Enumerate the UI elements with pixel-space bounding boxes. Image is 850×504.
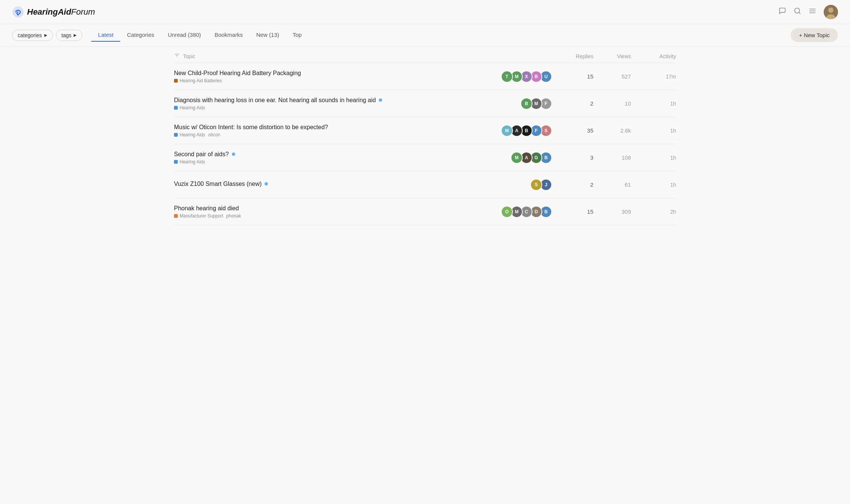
topic-title[interactable]: Music w/ Oticon Intent: Is some distorti…: [174, 124, 501, 131]
topic-replies: 2: [556, 181, 593, 188]
topic-tags: Hearing Aid Batteries: [174, 78, 501, 83]
topic-category[interactable]: Manufacturer Support: [174, 213, 223, 219]
categories-pill-label: categories: [18, 32, 42, 38]
table-row: New Child-Proof Hearing Aid Battery Pack…: [174, 63, 676, 90]
topic-main: Vuzix Z100 Smart Glasses (new): [174, 181, 530, 189]
topic-title[interactable]: Phonak hearing aid died: [174, 205, 501, 212]
tab-unread[interactable]: Unread (380): [161, 29, 207, 42]
topic-activity: 1h: [631, 101, 676, 107]
sort-icon[interactable]: [174, 53, 180, 60]
new-topic-button[interactable]: + New Topic: [791, 28, 838, 42]
topic-avatars: BMF: [520, 98, 550, 110]
tags-pill[interactable]: tags ▶: [56, 30, 82, 41]
tags-pill-label: tags: [62, 32, 71, 38]
table-row: Phonak hearing aid died Manufacturer Sup…: [174, 198, 676, 225]
user-avatar[interactable]: [824, 5, 838, 19]
tab-top[interactable]: Top: [286, 29, 309, 42]
topic-category[interactable]: Hearing Aids: [174, 132, 205, 137]
topic-tags: Hearing Aids: [174, 159, 511, 164]
svg-line-3: [799, 12, 800, 14]
table-row: Vuzix Z100 Smart Glasses (new) SJ 2 61 1…: [174, 171, 676, 198]
table-row: Second pair of aids? Hearing Aids MAGB 3…: [174, 144, 676, 171]
topic-avatars: SJ: [530, 179, 550, 191]
avatar: M: [511, 152, 523, 164]
search-icon[interactable]: [794, 7, 801, 17]
new-indicator: [379, 98, 382, 102]
topic-tag[interactable]: phonak: [226, 213, 241, 219]
topic-avatars: TMXBU: [501, 71, 550, 83]
col-views-header: Views: [593, 53, 631, 59]
table-row: Music w/ Oticon Intent: Is some distorti…: [174, 117, 676, 144]
logo[interactable]: HearingAidForum: [12, 6, 95, 18]
topic-views: 527: [593, 73, 631, 80]
avatar: T: [501, 71, 513, 83]
topic-activity: 2h: [631, 209, 676, 215]
tab-categories[interactable]: Categories: [120, 29, 161, 42]
topic-views: 2.6k: [593, 127, 631, 134]
category-label: Hearing Aid Batteries: [180, 78, 222, 83]
topic-main: Diagnosis with hearing loss in one ear. …: [174, 97, 520, 110]
topic-title-text: Phonak hearing aid died: [174, 205, 239, 212]
categories-pill[interactable]: categories ▶: [12, 30, 53, 41]
chat-icon[interactable]: [779, 7, 786, 17]
category-label: Hearing Aids: [180, 132, 205, 137]
topic-main: Music w/ Oticon Intent: Is some distorti…: [174, 124, 501, 137]
topic-title-text: Second pair of aids?: [174, 151, 229, 158]
topic-activity: 17m: [631, 74, 676, 80]
svg-point-1: [18, 14, 19, 15]
topic-title[interactable]: Vuzix Z100 Smart Glasses (new): [174, 181, 530, 187]
topic-title-text: Music w/ Oticon Intent: Is some distorti…: [174, 124, 328, 131]
table-header: Topic Replies Views Activity: [174, 47, 676, 63]
topic-avatars: MAGB: [511, 152, 550, 164]
category-label: Hearing Aids: [180, 105, 205, 110]
table-row: Diagnosis with hearing loss in one ear. …: [174, 90, 676, 117]
topic-activity: 1h: [631, 128, 676, 134]
topic-tag[interactable]: oticon: [208, 132, 220, 137]
navbar: categories ▶ tags ▶ Latest Categories Un…: [0, 24, 850, 47]
categories-pill-arrow: ▶: [44, 33, 47, 37]
col-topic-header: Topic: [183, 53, 556, 59]
topic-category[interactable]: Hearing Aids: [174, 159, 205, 164]
topic-views: 10: [593, 100, 631, 107]
tab-new[interactable]: New (13): [250, 29, 286, 42]
topic-title-text: Vuzix Z100 Smart Glasses (new): [174, 181, 262, 187]
topic-tags: Hearing Aids: [174, 105, 520, 110]
header-actions: [779, 5, 838, 19]
nav-tabs: Latest Categories Unread (380) Bookmarks…: [91, 29, 309, 42]
topic-list: New Child-Proof Hearing Aid Battery Pack…: [174, 63, 676, 225]
tab-latest[interactable]: Latest: [91, 29, 120, 42]
topic-activity: 1h: [631, 182, 676, 188]
topic-replies: 3: [556, 154, 593, 161]
col-replies-header: Replies: [556, 53, 593, 59]
svg-point-8: [828, 8, 833, 13]
avatar: M: [501, 125, 513, 137]
category-label: Manufacturer Support: [180, 213, 223, 219]
topic-title-text: Diagnosis with hearing loss in one ear. …: [174, 97, 376, 104]
topic-main: Second pair of aids? Hearing Aids: [174, 151, 511, 164]
topic-tags: Manufacturer Support phonak: [174, 213, 501, 219]
header: HearingAidForum: [0, 0, 850, 24]
topic-title[interactable]: Diagnosis with hearing loss in one ear. …: [174, 97, 520, 104]
logo-text: HearingAidForum: [27, 7, 95, 17]
topic-category[interactable]: Hearing Aid Batteries: [174, 78, 222, 83]
topic-category[interactable]: Hearing Aids: [174, 105, 205, 110]
topic-replies: 15: [556, 73, 593, 80]
tab-bookmarks[interactable]: Bookmarks: [208, 29, 250, 42]
topic-replies: 35: [556, 127, 593, 134]
col-activity-header: Activity: [631, 53, 676, 59]
topic-main: Phonak hearing aid died Manufacturer Sup…: [174, 205, 501, 219]
topic-replies: 2: [556, 100, 593, 107]
menu-icon[interactable]: [809, 7, 816, 17]
avatar: O: [501, 206, 513, 218]
topic-title[interactable]: Second pair of aids?: [174, 151, 511, 158]
topic-views: 309: [593, 208, 631, 215]
category-label: Hearing Aids: [180, 159, 205, 164]
topic-replies: 15: [556, 208, 593, 215]
topic-main: New Child-Proof Hearing Aid Battery Pack…: [174, 70, 501, 83]
topic-avatars: MABFS: [501, 125, 550, 137]
new-indicator: [232, 152, 235, 156]
topic-title[interactable]: New Child-Proof Hearing Aid Battery Pack…: [174, 70, 501, 77]
logo-icon: [12, 6, 24, 18]
new-indicator: [265, 182, 268, 186]
topic-views: 61: [593, 181, 631, 188]
